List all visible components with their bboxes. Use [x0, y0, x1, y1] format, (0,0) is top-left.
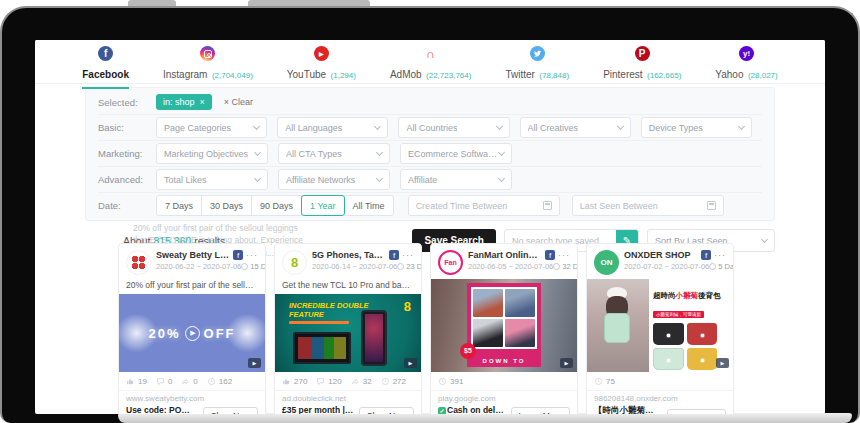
chevron-down-icon	[738, 123, 745, 130]
ad-headline: £35 per month | £30 upfront | ...	[282, 405, 354, 414]
more-menu-icon[interactable]: ···	[402, 250, 414, 260]
range-30-days[interactable]: 30 Days	[201, 195, 252, 216]
select-value: Affiliate	[408, 175, 437, 185]
play-icon[interactable]: ▶	[185, 326, 200, 341]
clear-filters-link[interactable]: × Clear	[224, 97, 253, 107]
affiliate-networks-select[interactable]: Affiliate Networks	[278, 169, 390, 190]
video-badge-icon: ▶	[560, 358, 573, 368]
select-value: All Creatives	[528, 123, 579, 133]
chevron-down-icon	[253, 123, 260, 130]
page-name[interactable]: FanMart Online Shopping - F...	[468, 250, 542, 260]
cta-button[interactable]: Shop Now	[203, 407, 258, 415]
days-running: 32 Days	[562, 262, 578, 271]
ad-headline: Use code: POWER20	[126, 405, 198, 414]
select-value: All CTA Types	[286, 149, 342, 159]
video-badge-icon: ▶	[248, 358, 261, 368]
tab-label: Twitter	[505, 69, 534, 80]
facebook-icon	[701, 250, 711, 260]
ad-card-onxder[interactable]: ON ONXDER SHOP ··· 2020-07-02 ~ 2020-07-…	[586, 243, 734, 414]
last-seen-between-input[interactable]: Last Seen Between	[572, 195, 724, 216]
avatar	[126, 250, 151, 275]
range-90-days[interactable]: 90 Days	[251, 195, 302, 216]
select-value: All Languages	[285, 123, 342, 133]
landing-url[interactable]: www.sweatybetty.com	[119, 391, 265, 403]
page-name[interactable]: Sweaty Betty London | Wom...	[156, 250, 230, 260]
selected-label: Selected:	[98, 97, 156, 108]
clock-icon	[381, 377, 390, 386]
range-7-days[interactable]: 7 Days	[156, 195, 202, 216]
ad-card-fanmart[interactable]: Fan FanMart Online Shopping - F... ··· 2…	[430, 243, 578, 414]
ad-text: Get the new TCL 10 Pro and bag a free TC…	[275, 279, 421, 294]
landing-url[interactable]: 986208148.onxder.com	[587, 391, 733, 403]
more-menu-icon[interactable]: ···	[714, 250, 726, 260]
cta-button[interactable]: Shop Now	[359, 407, 414, 415]
ecommerce-softwares-select[interactable]: ECommerce Softwares	[400, 143, 512, 164]
tab-instagram[interactable]: Instagram (2,704,049)	[163, 46, 253, 87]
page-categories-select[interactable]: Page Categories	[156, 117, 267, 138]
facebook-icon	[389, 250, 399, 260]
tab-twitter[interactable]: Twitter (78,848)	[505, 46, 569, 87]
chevron-down-icon	[617, 123, 624, 130]
app-screen: Facebook Instagram (2,704,049) YouTube (…	[35, 40, 825, 414]
chevron-down-icon	[498, 149, 505, 156]
selected-filter-chip[interactable]: in: shop×	[156, 94, 212, 110]
countries-select[interactable]: All Countries	[398, 117, 509, 138]
duration-count: 272	[393, 377, 406, 386]
ad-creative-image[interactable]: 超時尚小雛菊後背包 小雛菊刺繡，可愛清新 ▶	[587, 279, 733, 372]
days-running: 15 Days	[250, 262, 266, 271]
pinterest-icon	[635, 46, 650, 61]
ad-card-5g-phones[interactable]: 8 5G Phones, Tablets & SIMs | ... ··· 20…	[274, 243, 422, 414]
affiliate-select[interactable]: Affiliate	[400, 169, 512, 190]
tab-facebook[interactable]: Facebook	[82, 46, 129, 89]
duration-count: 162	[219, 377, 232, 386]
tab-label: Instagram	[163, 69, 207, 80]
created-time-between-input[interactable]: Created Time Between	[408, 195, 560, 216]
clock-icon	[594, 377, 603, 386]
languages-select[interactable]: All Languages	[277, 117, 388, 138]
cta-button[interactable]: Learn More	[511, 407, 570, 415]
tab-label: AdMob	[390, 69, 422, 80]
tv-graphic	[293, 332, 351, 364]
more-menu-icon[interactable]: ···	[558, 250, 570, 260]
clock-icon	[709, 263, 716, 270]
date-range-segments: 7 Days 30 Days 90 Days 1 Year All Time	[156, 195, 394, 216]
cta-types-select[interactable]: All CTA Types	[278, 143, 390, 164]
video-badge-icon: ▶	[404, 358, 417, 368]
facebook-icon	[545, 250, 555, 260]
total-likes-select[interactable]: Total Likes	[156, 169, 268, 190]
landing-url[interactable]: ad.doubleclick.net	[275, 391, 421, 403]
ad-creative-image[interactable]: DOWN TO $5 ▶	[431, 279, 577, 372]
creatives-select[interactable]: All Creatives	[520, 117, 631, 138]
ad-results-grid: Sweaty Betty London | Wom... ··· 2020-06…	[118, 243, 734, 414]
tab-label: Pinterest	[603, 69, 642, 80]
tab-pinterest[interactable]: Pinterest (162,665)	[603, 46, 681, 87]
basic-label: Basic:	[98, 122, 156, 133]
cta-button[interactable]: Learn More	[667, 409, 726, 415]
ad-card-sweaty-betty[interactable]: Sweaty Betty London | Wom... ··· 2020-06…	[118, 243, 266, 414]
date-label: Date:	[98, 200, 156, 211]
tab-admob[interactable]: AdMob (22,723,764)	[390, 46, 472, 87]
price-badge: $5	[460, 343, 476, 359]
comment-icon	[316, 377, 325, 386]
chip-remove-icon[interactable]: ×	[200, 97, 205, 107]
ad-creative-image[interactable]: INCREDIBLE DOUBLE FEATURE 8 ▶	[275, 294, 421, 372]
page-name[interactable]: 5G Phones, Tablets & SIMs | ...	[312, 250, 386, 260]
device-types-select[interactable]: Device Types	[641, 117, 752, 138]
range-1-year[interactable]: 1 Year	[301, 195, 345, 216]
promo-tag: 小雛菊刺繡，可愛清新	[653, 311, 704, 318]
ad-creative-image[interactable]: 20% ▶ OFF ▶	[119, 294, 265, 372]
marketing-label: Marketing:	[98, 148, 156, 159]
tab-label: YouTube	[287, 69, 326, 80]
chip-label: in: shop	[163, 97, 195, 107]
ad-headline: ✓Cash on delivery ✓Days fr...	[438, 405, 506, 414]
tab-yahoo[interactable]: Yahoo (28,027)	[715, 46, 777, 87]
more-menu-icon[interactable]: ···	[246, 250, 258, 260]
range-all-time[interactable]: All Time	[344, 195, 394, 216]
video-badge-icon: ▶	[716, 358, 729, 368]
page-name[interactable]: ONXDER SHOP	[624, 250, 698, 260]
tab-count: (162,665)	[647, 71, 681, 80]
marketing-objectives-select[interactable]: Marketing Objectives	[156, 143, 268, 164]
share-count: 32	[363, 377, 372, 386]
tab-youtube[interactable]: YouTube (1,294)	[287, 46, 356, 87]
landing-url[interactable]: play.google.com	[431, 391, 577, 403]
